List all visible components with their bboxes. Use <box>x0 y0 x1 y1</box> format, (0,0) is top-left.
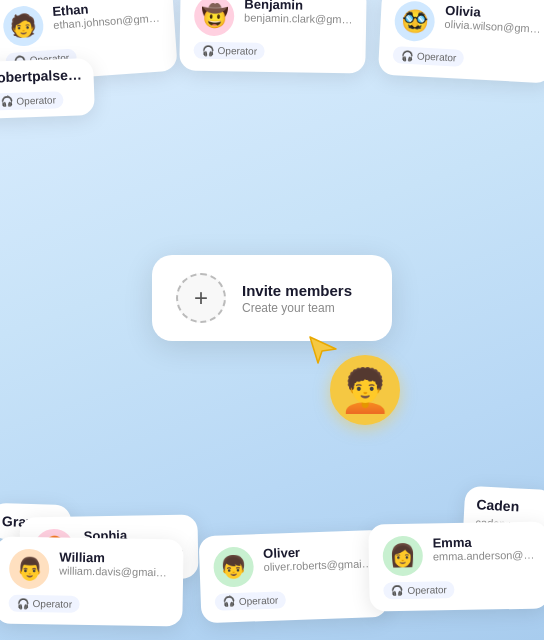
card-emma: 👩 Emma emma.anderson@… 🎧 Operator <box>369 521 544 611</box>
badge-oliver: 🎧 Operator <box>215 591 287 610</box>
role-oliver: Operator <box>239 595 279 607</box>
email-emma: emma.anderson@… <box>433 549 535 563</box>
badge-robertpalse: 🎧 Operator <box>0 91 64 110</box>
email-benjamin: benjamin.clark@gm… <box>244 11 353 25</box>
invite-subtitle: Create your team <box>242 301 352 315</box>
avatar-olivia: 🥸 <box>394 0 436 42</box>
card-olivia: 🥸 Olivia olivia.wilson@gm… 🎧 Operator <box>378 0 544 83</box>
role-benjamin: Operator <box>218 45 258 57</box>
headset-icon-william: 🎧 <box>17 598 29 609</box>
email-oliver: oliver.roberts@gmai… <box>263 557 372 573</box>
headset-icon-oliver: 🎧 <box>223 596 235 607</box>
role-william: Operator <box>33 598 73 610</box>
floating-emoji: 🧑‍🦱 <box>339 366 391 415</box>
badge-benjamin: 🎧 Operator <box>193 42 265 60</box>
headset-icon-benjamin: 🎧 <box>202 45 214 56</box>
headset-icon-emma: 🎧 <box>392 585 404 596</box>
role-robertpalse: Operator <box>16 94 56 106</box>
floating-avatar: 🧑‍🦱 <box>330 355 400 425</box>
headset-icon-olivia: 🎧 <box>400 50 413 62</box>
badge-emma: 🎧 Operator <box>384 581 456 599</box>
card-oliver: 👦 Oliver oliver.roberts@gmai… 🎧 Operator <box>199 530 389 623</box>
badge-william: 🎧 Operator <box>8 595 80 613</box>
name-caden: Caden <box>476 496 543 515</box>
plus-icon: + <box>194 284 208 312</box>
role-olivia: Operator <box>416 50 456 63</box>
badge-olivia: 🎧 Operator <box>392 46 464 67</box>
avatar-emma: 👩 <box>383 536 424 577</box>
card-benjamin: 🤠 Benjamin benjamin.clark@gm… 🎧 Operator <box>179 0 367 74</box>
invite-card[interactable]: + Invite members Create your team <box>152 255 392 341</box>
avatar-benjamin: 🤠 <box>194 0 235 36</box>
role-emma: Operator <box>408 584 448 596</box>
avatar-oliver: 👦 <box>213 546 254 587</box>
invite-plus-button[interactable]: + <box>176 273 226 323</box>
name-robertpalse: robertpalse… <box>0 66 82 85</box>
svg-marker-0 <box>310 337 336 363</box>
avatar-william: 👨 <box>9 549 50 590</box>
invite-title: Invite members <box>242 282 352 299</box>
card-robertpalse: robertpalse… 🎧 Operator <box>0 58 95 119</box>
headset-icon-robertpalse: 🎧 <box>0 96 12 107</box>
card-william: 👨 William william.davis@gmail.com 🎧 Oper… <box>0 536 184 626</box>
avatar-ethan: 🧑 <box>2 5 45 48</box>
email-william: william.davis@gmail.com <box>59 564 169 578</box>
